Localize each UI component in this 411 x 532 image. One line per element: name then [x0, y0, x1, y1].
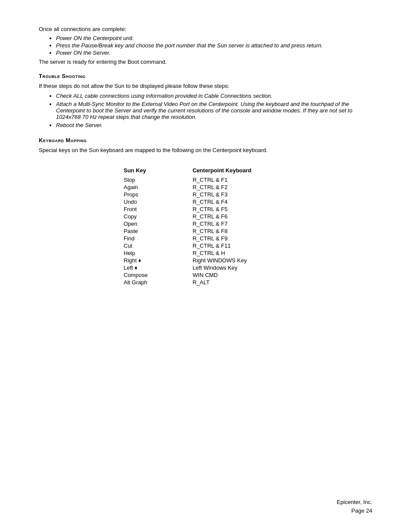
col-centerpoint-header: Centerpoint Keyboard: [193, 166, 287, 176]
keyboard-table-row: HelpR_CTRL & H: [124, 249, 287, 257]
keyboard-table-wrapper: Sun Key Centerpoint Keyboard StopR_CTRL …: [39, 166, 372, 286]
sun-key-cell: Compose: [124, 271, 193, 279]
sun-key-cell: Find: [124, 235, 193, 242]
keyboard-mapping-intro: Special keys on the Sun keyboard are map…: [39, 147, 372, 153]
centerpoint-cell: R_CTRL & F4: [193, 198, 287, 205]
footer: Epicenter, Inc. Page 24: [337, 498, 372, 515]
centerpoint-cell: R_CTRL & F3: [193, 191, 287, 198]
centerpoint-cell: R_CTRL & F6: [193, 213, 287, 220]
centerpoint-cell: R_CTRL & F2: [193, 184, 287, 191]
keyboard-table-row: UndoR_CTRL & F4: [124, 198, 287, 205]
footer-page: Page 24: [337, 507, 372, 515]
trouble-shooting-section: Trouble Shooting If these steps do not a…: [39, 73, 372, 128]
keyboard-table: Sun Key Centerpoint Keyboard StopR_CTRL …: [124, 166, 287, 286]
keyboard-mapping-heading: Keyboard Mapping: [39, 137, 372, 143]
centerpoint-cell: R_CTRL & F8: [193, 227, 287, 235]
intro-bullet-list: Power ON the Centerpoint unit. Press the…: [56, 35, 372, 56]
keyboard-table-row: PropsR_CTRL & F3: [124, 191, 287, 198]
intro-bullet-3: Power ON the Server.: [56, 50, 372, 56]
keyboard-mapping-section: Keyboard Mapping Special keys on the Sun…: [39, 137, 372, 286]
page: Once all connections are complete: Power…: [0, 0, 411, 532]
footer-company: Epicenter, Inc.: [337, 498, 372, 507]
keyboard-table-row: AgainR_CTRL & F2: [124, 184, 287, 191]
ready-text: The server is ready for entering the Boo…: [39, 59, 372, 65]
sun-key-cell: Alt Graph: [124, 279, 193, 286]
trouble-bullet-1: Check ALL cable connections using inform…: [56, 93, 372, 99]
col-sun-key-header: Sun Key: [124, 166, 193, 176]
keyboard-table-row: PasteR_CTRL & F8: [124, 227, 287, 235]
centerpoint-cell: R_CTRL & F7: [193, 220, 287, 227]
sun-key-cell: Front: [124, 205, 193, 213]
centerpoint-cell: WIN CMD: [193, 271, 287, 279]
keyboard-table-row: Left ♦Left Windows Key: [124, 264, 287, 271]
keyboard-table-body: StopR_CTRL & F1AgainR_CTRL & F2PropsR_CT…: [124, 176, 287, 286]
intro-bullet-2: Press the Pause/Break key and choose the…: [56, 42, 372, 49]
trouble-bullet-2: Attach a Multi-Sync Monitor to the Exter…: [56, 101, 372, 120]
sun-key-cell: Undo: [124, 198, 193, 205]
keyboard-table-row: FindR_CTRL & F9: [124, 235, 287, 242]
trouble-bullet-list: Check ALL cable connections using inform…: [56, 93, 372, 128]
trouble-bullet-3: Reboot the Server.: [56, 122, 372, 128]
centerpoint-cell: Right WINDOWS Key: [193, 257, 287, 264]
sun-key-cell: Again: [124, 184, 193, 191]
sun-key-cell: Cut: [124, 242, 193, 249]
intro-bullet-1: Power ON the Centerpoint unit.: [56, 35, 372, 41]
centerpoint-cell: R_ALT: [193, 279, 287, 286]
keyboard-table-header-row: Sun Key Centerpoint Keyboard: [124, 166, 287, 176]
centerpoint-cell: R_CTRL & F1: [193, 176, 287, 184]
trouble-shooting-intro: If these steps do not allow the Sun to b…: [39, 83, 372, 89]
keyboard-table-row: Alt GraphR_ALT: [124, 279, 287, 286]
keyboard-table-row: ComposeWIN CMD: [124, 271, 287, 279]
centerpoint-cell: R_CTRL & F11: [193, 242, 287, 249]
sun-key-cell: Props: [124, 191, 193, 198]
centerpoint-cell: R_CTRL & F9: [193, 235, 287, 242]
keyboard-table-row: CopyR_CTRL & F6: [124, 213, 287, 220]
intro-text: Once all connections are complete:: [39, 26, 372, 32]
keyboard-table-row: CutR_CTRL & F11: [124, 242, 287, 249]
sun-key-cell: Paste: [124, 227, 193, 235]
trouble-shooting-heading: Trouble Shooting: [39, 73, 372, 79]
sun-key-cell: Copy: [124, 213, 193, 220]
centerpoint-cell: Left Windows Key: [193, 264, 287, 271]
keyboard-table-row: Right ♦Right WINDOWS Key: [124, 257, 287, 264]
sun-key-cell: Open: [124, 220, 193, 227]
centerpoint-cell: R_CTRL & F5: [193, 205, 287, 213]
keyboard-table-row: OpenR_CTRL & F7: [124, 220, 287, 227]
sun-key-cell: Help: [124, 249, 193, 257]
sun-key-cell: Stop: [124, 176, 193, 184]
sun-key-cell: Right ♦: [124, 257, 193, 264]
keyboard-table-row: FrontR_CTRL & F5: [124, 205, 287, 213]
keyboard-table-row: StopR_CTRL & F1: [124, 176, 287, 184]
sun-key-cell: Left ♦: [124, 264, 193, 271]
centerpoint-cell: R_CTRL & H: [193, 249, 287, 257]
